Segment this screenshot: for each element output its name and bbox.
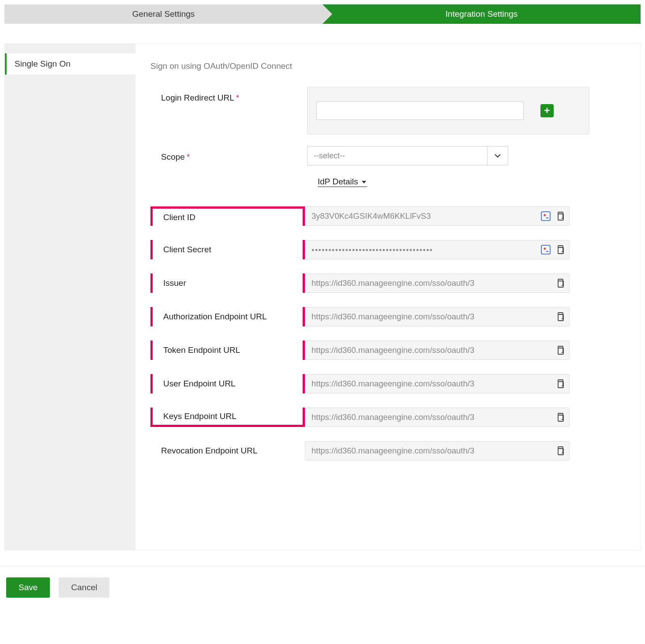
- idp-details-label: IdP Details: [318, 177, 358, 187]
- regenerate-icon[interactable]: [540, 244, 551, 255]
- add-redirect-button[interactable]: +: [540, 104, 554, 117]
- footer: Save Cancel: [4, 567, 641, 608]
- copy-icon[interactable]: [555, 379, 565, 389]
- row-token-endpoint: Token Endpoint URL https://id360.managee…: [150, 333, 625, 367]
- required-asterisk: *: [236, 93, 239, 102]
- keys-endpoint-value: https://id360.manageengine.com/sso/oauth…: [305, 408, 570, 427]
- sidebar: Single Sign On: [5, 44, 135, 550]
- client-id-value: 3y83V0Kc4GSIK4wM6KKLlFvS3: [305, 206, 570, 226]
- row-login-redirect: Login Redirect URL* +: [150, 87, 625, 135]
- login-redirect-label-text: Login Redirect URL: [161, 93, 234, 102]
- top-tabs: General Settings Integration Settings: [4, 4, 641, 24]
- copy-icon[interactable]: [555, 312, 565, 322]
- copy-icon[interactable]: [555, 446, 565, 456]
- idp-details-row: IdP Details: [150, 177, 625, 187]
- scope-select[interactable]: --select--: [307, 146, 508, 165]
- keys-endpoint-label: Keys Endpoint URL: [153, 412, 303, 421]
- tab-integration-settings[interactable]: Integration Settings: [322, 4, 641, 24]
- scope-select-value: --select--: [307, 146, 487, 165]
- cancel-button[interactable]: Cancel: [59, 577, 109, 598]
- section-header: Sign on using OAuth/OpenID Connect: [150, 61, 625, 71]
- save-button[interactable]: Save: [6, 577, 50, 598]
- content-area: Sign on using OAuth/OpenID Connect Login…: [135, 44, 640, 550]
- row-client-secret: Client Secret ●●●●●●●●●●●●●●●●●●●●●●●●●●…: [150, 233, 625, 266]
- scope-label: Scope*: [150, 146, 307, 162]
- copy-icon[interactable]: [555, 412, 565, 422]
- issuer-value: https://id360.manageengine.com/sso/oauth…: [305, 273, 570, 293]
- token-endpoint-label: Token Endpoint URL: [153, 345, 303, 355]
- row-issuer: Issuer https://id360.manageengine.com/ss…: [150, 266, 625, 300]
- idp-details-toggle[interactable]: IdP Details: [318, 177, 367, 187]
- row-scope: Scope* --select--: [150, 146, 625, 165]
- user-endpoint-value: https://id360.manageengine.com/sso/oauth…: [305, 374, 570, 393]
- copy-icon[interactable]: [555, 345, 565, 355]
- copy-icon[interactable]: [555, 278, 565, 288]
- authorization-endpoint-label: Authorization Endpoint URL: [153, 312, 303, 322]
- copy-icon[interactable]: [555, 245, 565, 255]
- idp-details-section: Client ID 3y83V0Kc4GSIK4wM6KKLlFvS3 Clie…: [150, 199, 625, 468]
- client-id-label: Client ID: [153, 213, 303, 222]
- revocation-endpoint-value: https://id360.manageengine.com/sso/oauth…: [305, 441, 570, 461]
- row-keys-endpoint: Keys Endpoint URL https://id360.manageen…: [150, 401, 625, 434]
- token-endpoint-value: https://id360.manageengine.com/sso/oauth…: [305, 341, 570, 360]
- copy-icon[interactable]: [555, 211, 565, 221]
- chevron-down-icon: [493, 151, 502, 160]
- regenerate-icon[interactable]: [540, 211, 551, 221]
- required-asterisk: *: [187, 152, 190, 161]
- main-panel: Single Sign On Sign on using OAuth/OpenI…: [4, 43, 641, 550]
- client-secret-value: ●●●●●●●●●●●●●●●●●●●●●●●●●●●●●●●●●●●●: [305, 240, 570, 259]
- scope-label-text: Scope: [161, 152, 185, 161]
- login-redirect-label: Login Redirect URL*: [150, 87, 307, 103]
- tab-general-settings[interactable]: General Settings: [4, 4, 322, 24]
- row-client-id: Client ID 3y83V0Kc4GSIK4wM6KKLlFvS3: [150, 199, 625, 233]
- plus-icon: +: [544, 105, 550, 116]
- login-redirect-box: +: [307, 87, 589, 135]
- issuer-label: Issuer: [153, 278, 303, 288]
- revocation-endpoint-label: Revocation Endpoint URL: [150, 446, 305, 456]
- scope-dropdown-button[interactable]: [487, 146, 508, 165]
- sidebar-item-sso[interactable]: Single Sign On: [5, 53, 135, 75]
- caret-down-icon: [361, 179, 367, 184]
- user-endpoint-label: User Endpoint URL: [153, 379, 303, 389]
- row-authorization-endpoint: Authorization Endpoint URL https://id360…: [150, 300, 625, 333]
- login-redirect-input[interactable]: [316, 101, 524, 120]
- client-secret-label: Client Secret: [153, 245, 303, 255]
- row-revocation-endpoint: Revocation Endpoint URL https://id360.ma…: [150, 434, 625, 468]
- authorization-endpoint-value: https://id360.manageengine.com/sso/oauth…: [305, 307, 570, 326]
- row-user-endpoint: User Endpoint URL https://id360.manageen…: [150, 367, 625, 401]
